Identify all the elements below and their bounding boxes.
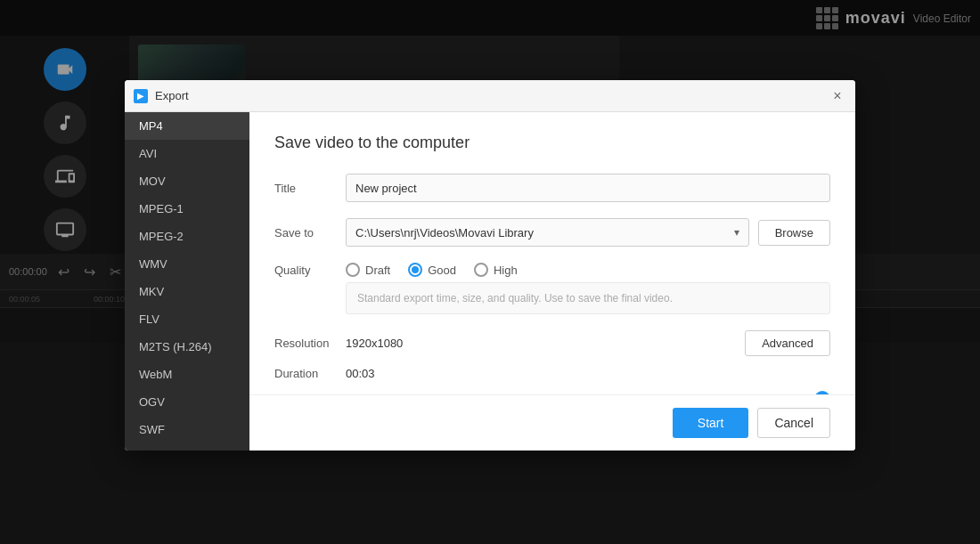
dialog-title-icon: ▶ [134, 89, 148, 103]
quality-label: Quality [274, 264, 346, 277]
saveto-select[interactable]: C:\Users\nrj\Videos\Movavi Library ▾ [346, 218, 749, 247]
quality-good-option[interactable]: Good [408, 263, 456, 277]
format-item-flv[interactable]: FLV [125, 305, 249, 333]
dialog-close-button[interactable]: × [829, 87, 846, 105]
saveto-label: Save to [274, 226, 346, 240]
cancel-button[interactable]: Cancel [757, 408, 830, 438]
duration-value: 00:03 [346, 367, 830, 380]
title-row: Title [274, 174, 830, 202]
format-item-mp4[interactable]: MP4 [125, 112, 249, 140]
browse-button[interactable]: Browse [758, 220, 830, 246]
quality-options: Draft Good High [346, 263, 518, 277]
export-dialog: ▶ Export × MP4 AVI MOV MPEG-1 MPEG-2 WMV… [125, 80, 855, 451]
format-item-mov[interactable]: MOV [125, 167, 249, 195]
quality-hint: Standard export time, size, and quality.… [346, 282, 830, 314]
title-label: Title [274, 182, 346, 195]
dialog-footer: Start Cancel [249, 394, 855, 451]
format-item-m2ts[interactable]: M2TS (H.264) [125, 333, 249, 361]
format-item-mkv[interactable]: MKV [125, 278, 249, 305]
dialog-titlebar: ▶ Export × [125, 80, 855, 112]
quality-draft-option[interactable]: Draft [346, 263, 390, 277]
quality-draft-label: Draft [365, 264, 390, 277]
saveto-value: C:\Users\nrj\Videos\Movavi Library [355, 226, 534, 240]
dialog-heading: Save video to the computer [274, 134, 830, 152]
quality-high-label: High [494, 264, 518, 277]
saveto-chevron-icon: ▾ [734, 226, 739, 239]
format-item-mpeg2[interactable]: MPEG-2 [125, 223, 249, 250]
quality-good-radio[interactable] [408, 263, 422, 277]
format-item-dvd-ntsc[interactable]: DVD (NTSC) [125, 443, 249, 451]
quality-high-radio[interactable] [474, 263, 488, 277]
format-item-webm[interactable]: WebM [125, 361, 249, 388]
format-item-ogv[interactable]: OGV [125, 388, 249, 416]
dialog-content: Save video to the computer Title Save to… [249, 112, 855, 451]
resolution-row: Resolution 1920x1080 Advanced [274, 330, 830, 356]
quality-high-option[interactable]: High [474, 263, 518, 277]
duration-row: Duration 00:03 [274, 367, 830, 380]
quality-draft-radio[interactable] [346, 263, 360, 277]
format-item-wmv[interactable]: WMV [125, 250, 249, 278]
resolution-label: Resolution [274, 337, 346, 350]
quality-row: Quality Draft Good High [274, 263, 830, 277]
saveto-row: Save to C:\Users\nrj\Videos\Movavi Libra… [274, 218, 830, 247]
dialog-title-left: ▶ Export [134, 89, 189, 103]
start-button[interactable]: Start [673, 408, 749, 438]
quality-good-label: Good [428, 264, 456, 277]
format-item-swf[interactable]: SWF [125, 416, 249, 443]
duration-label: Duration [274, 367, 346, 380]
format-list: MP4 AVI MOV MPEG-1 MPEG-2 WMV MKV FLV M2… [125, 112, 249, 451]
advanced-button[interactable]: Advanced [745, 330, 830, 356]
format-item-avi[interactable]: AVI [125, 140, 249, 167]
format-item-mpeg1[interactable]: MPEG-1 [125, 195, 249, 223]
title-input[interactable] [346, 174, 830, 202]
resolution-value: 1920x1080 [346, 337, 745, 350]
dialog-title-text: Export [155, 89, 189, 102]
dialog-body: MP4 AVI MOV MPEG-1 MPEG-2 WMV MKV FLV M2… [125, 112, 855, 451]
